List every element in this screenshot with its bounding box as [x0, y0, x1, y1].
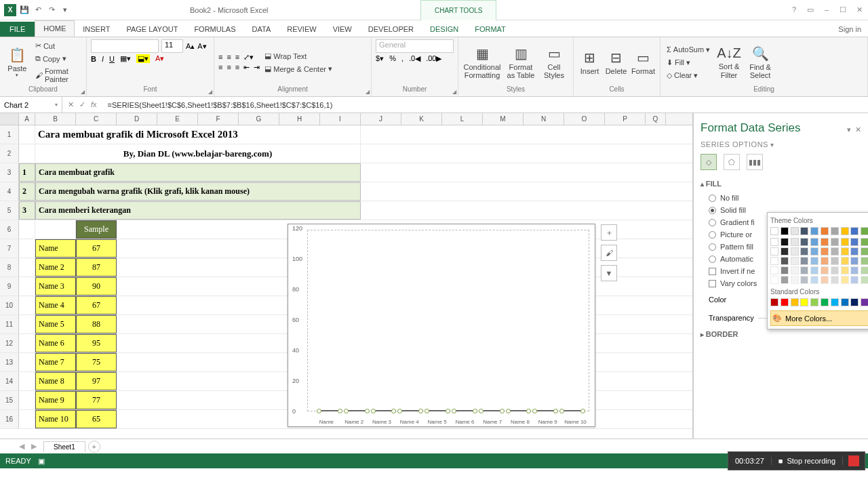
color-swatch[interactable]: [800, 276, 808, 284]
series-options-tab-icon[interactable]: ▮▮▮: [747, 154, 763, 170]
align-bottom-icon[interactable]: ≡: [235, 53, 239, 62]
color-swatch[interactable]: [800, 238, 808, 246]
row-header[interactable]: 13: [0, 353, 19, 371]
color-swatch[interactable]: [841, 227, 849, 235]
format-as-table-button[interactable]: ▥Format as Table: [505, 41, 537, 84]
bold-button[interactable]: B: [91, 55, 96, 63]
data-value-cell[interactable]: 95: [76, 334, 117, 352]
row-header[interactable]: 11: [0, 315, 19, 333]
color-swatch[interactable]: [791, 298, 799, 306]
data-value-cell[interactable]: 77: [76, 391, 117, 409]
tab-data[interactable]: DATA: [244, 22, 279, 37]
row-header[interactable]: 3: [0, 163, 19, 182]
minimize-icon[interactable]: –: [821, 5, 833, 14]
color-swatch[interactable]: [821, 276, 829, 284]
align-right-icon[interactable]: ≡: [235, 63, 239, 72]
row-header[interactable]: 16: [0, 410, 19, 428]
dialog-launcher-icon[interactable]: ◢: [452, 89, 456, 95]
macro-record-icon[interactable]: ▣: [38, 457, 45, 466]
find-select-button[interactable]: 🔍Find & Select: [746, 41, 774, 84]
row-header[interactable]: 10: [0, 296, 19, 314]
row-header[interactable]: 1: [0, 125, 19, 144]
cell-styles-button[interactable]: ▭Cell Styles: [540, 41, 568, 84]
delete-cells-button[interactable]: ⊟Delete: [604, 41, 628, 84]
color-swatch[interactable]: [850, 238, 859, 246]
tab-format[interactable]: FORMAT: [467, 22, 514, 37]
color-swatch[interactable]: [810, 298, 818, 306]
cell[interactable]: [19, 334, 35, 352]
fill-section-header[interactable]: ▴ FILL: [701, 176, 861, 192]
increase-indent-icon[interactable]: ⇥: [254, 63, 260, 72]
tab-developer[interactable]: DEVELOPER: [360, 22, 422, 37]
color-swatch[interactable]: [841, 266, 849, 274]
cell[interactable]: [19, 372, 35, 390]
color-swatch[interactable]: [861, 276, 868, 284]
col-header[interactable]: M: [483, 113, 524, 125]
font-size-select[interactable]: 11: [161, 39, 183, 53]
sign-in-link[interactable]: Sign in: [831, 22, 868, 37]
color-swatch[interactable]: [810, 276, 818, 284]
copy-button[interactable]: ⧉ Copy ▾: [33, 53, 82, 64]
color-swatch[interactable]: [770, 257, 778, 265]
underline-button[interactable]: U: [109, 55, 115, 63]
data-name-cell[interactable]: Name 2: [35, 258, 76, 277]
cut-button[interactable]: ✂ Cut: [33, 40, 82, 52]
cell[interactable]: [19, 277, 35, 296]
cell[interactable]: [19, 296, 35, 314]
data-name-cell[interactable]: Name 3: [35, 277, 76, 296]
increase-decimal-icon[interactable]: .0◀: [409, 54, 420, 63]
select-all-corner[interactable]: [0, 113, 19, 125]
col-header[interactable]: F: [198, 113, 239, 125]
more-colors-button[interactable]: 🎨More Colors...: [770, 310, 868, 326]
color-swatch[interactable]: [861, 247, 868, 256]
data-name-cell[interactable]: Name 7: [35, 353, 76, 371]
color-swatch[interactable]: [781, 266, 789, 274]
col-header[interactable]: K: [401, 113, 442, 125]
conditional-formatting-button[interactable]: ▦Conditional Formatting: [462, 41, 502, 84]
stop-recording-button[interactable]: ■ Stop recording: [772, 457, 843, 465]
color-swatch[interactable]: [861, 298, 868, 306]
align-left-icon[interactable]: ≡: [218, 63, 222, 72]
align-top-icon[interactable]: ≡: [218, 53, 222, 62]
pane-options-icon[interactable]: ▾: [847, 125, 851, 134]
col-header[interactable]: N: [524, 113, 564, 125]
color-swatch[interactable]: [800, 266, 808, 274]
col-header[interactable]: D: [117, 113, 157, 125]
color-swatch[interactable]: [810, 266, 818, 274]
data-value-cell[interactable]: 75: [76, 353, 117, 371]
color-swatch[interactable]: [810, 238, 818, 246]
dialog-launcher-icon[interactable]: ◢: [208, 89, 212, 95]
qat-dropdown-icon[interactable]: ▾: [60, 5, 71, 16]
color-swatch[interactable]: [770, 276, 778, 284]
color-swatch[interactable]: [841, 247, 849, 256]
sample-header[interactable]: Sample: [76, 220, 117, 239]
effects-tab-icon[interactable]: ⬠: [724, 154, 740, 170]
tab-view[interactable]: VIEW: [325, 22, 360, 37]
formula-bar[interactable]: =SERIES(Sheet1!$C$6,Sheet1!$B$7:$B$16,Sh…: [102, 100, 868, 110]
data-value-cell[interactable]: 90: [76, 277, 117, 296]
italic-button[interactable]: I: [102, 55, 104, 63]
color-swatch[interactable]: [781, 227, 789, 235]
color-swatch[interactable]: [841, 276, 849, 284]
row-header[interactable]: 5: [0, 201, 19, 220]
redo-icon[interactable]: ↷: [46, 5, 57, 16]
tab-file[interactable]: FILE: [0, 22, 35, 37]
format-cells-button[interactable]: ▭Format: [631, 41, 656, 84]
data-value-cell[interactable]: 88: [76, 315, 117, 333]
cell[interactable]: 3: [19, 201, 35, 220]
row-header[interactable]: 7: [0, 239, 19, 258]
sheet-nav-next-icon[interactable]: ▶: [31, 442, 37, 451]
worksheet-grid[interactable]: 1Cara membuat grafik di Microsoft Excel …: [0, 125, 692, 439]
list-item[interactable]: Cara mengubah warna grafik (Klik grafi, …: [35, 182, 361, 201]
color-swatch[interactable]: [821, 247, 829, 256]
enter-formula-icon[interactable]: ✓: [79, 100, 85, 109]
color-swatch[interactable]: [850, 276, 859, 284]
data-name-cell[interactable]: Name 4: [35, 296, 76, 314]
color-swatch[interactable]: [821, 298, 829, 306]
number-format-select[interactable]: General: [376, 39, 454, 53]
name-box[interactable]: Chart 2▾: [0, 97, 62, 113]
color-swatch[interactable]: [791, 257, 799, 265]
tab-design[interactable]: DESIGN: [422, 22, 467, 37]
cell[interactable]: [19, 239, 35, 258]
cell[interactable]: 1: [19, 163, 35, 182]
